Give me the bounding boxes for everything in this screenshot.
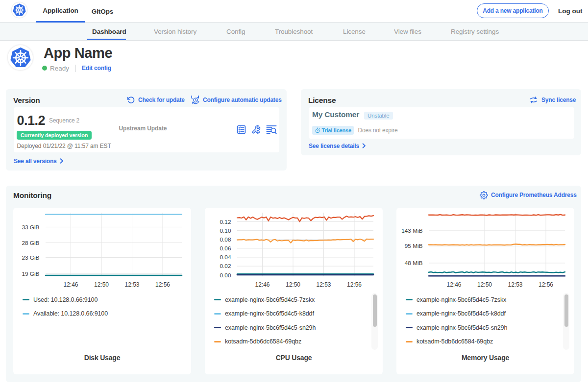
svg-text:48 MiB: 48 MiB [405,260,423,267]
svg-text:0.00: 0.00 [220,272,231,279]
svg-text:19 GiB: 19 GiB [22,270,39,277]
svg-text:12:46: 12:46 [255,281,270,288]
svg-text:12:53: 12:53 [508,281,522,288]
svg-text:12:56: 12:56 [155,281,170,288]
svg-text:33 GiB: 33 GiB [22,224,39,231]
svg-text:12:56: 12:56 [347,281,362,288]
svg-text:143 MiB: 143 MiB [401,227,422,234]
svg-text:0.04: 0.04 [220,254,231,261]
svg-text:0.02: 0.02 [220,263,231,269]
svg-text:12:46: 12:46 [63,281,78,288]
svg-text:95 MiB: 95 MiB [405,243,423,249]
svg-text:0.12: 0.12 [220,219,231,225]
svg-text:23 GiB: 23 GiB [22,254,39,261]
svg-text:28 GiB: 28 GiB [22,240,39,246]
svg-text:0.06: 0.06 [220,245,231,252]
svg-text:12:56: 12:56 [539,281,553,288]
svg-text:12:50: 12:50 [477,281,492,288]
svg-text:12:50: 12:50 [94,281,109,288]
svg-text:0.08: 0.08 [220,236,231,243]
svg-text:12:53: 12:53 [316,281,331,288]
svg-text:12:46: 12:46 [446,281,461,288]
svg-text:12:50: 12:50 [286,281,300,288]
svg-text:12:53: 12:53 [124,281,139,288]
svg-text:0.10: 0.10 [220,227,231,234]
